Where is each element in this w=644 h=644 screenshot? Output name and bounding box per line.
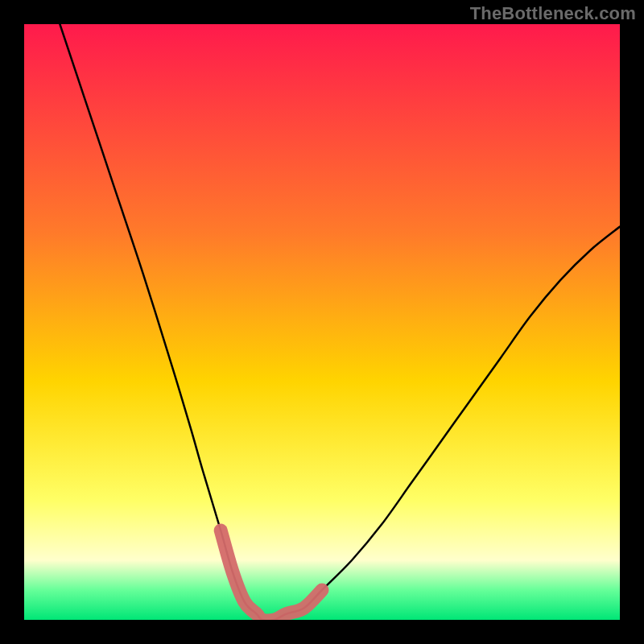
plot-background-gradient bbox=[24, 24, 620, 620]
chart-container: TheBottleneck.com bbox=[0, 0, 644, 644]
watermark-text: TheBottleneck.com bbox=[470, 3, 636, 24]
chart-svg bbox=[0, 0, 644, 644]
